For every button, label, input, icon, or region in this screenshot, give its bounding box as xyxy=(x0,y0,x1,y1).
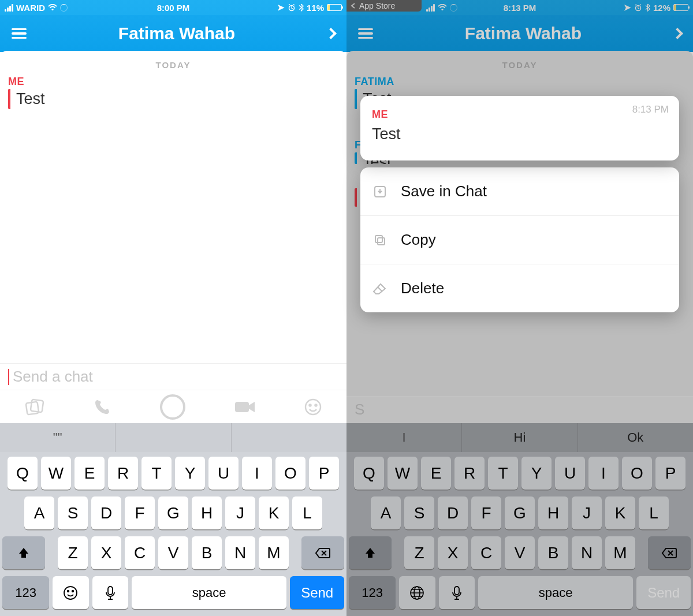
key-letter[interactable]: H xyxy=(192,496,222,529)
chevron-right-icon[interactable] xyxy=(672,28,683,39)
key-letter[interactable]: P xyxy=(309,457,339,490)
key-letter[interactable]: B xyxy=(192,536,222,569)
key-letter[interactable]: Z xyxy=(58,536,88,569)
chat-input-bar[interactable]: Send a chat xyxy=(0,363,346,390)
key-letter[interactable]: C xyxy=(471,536,501,569)
key-letter[interactable]: U xyxy=(208,457,239,490)
menu-icon[interactable] xyxy=(12,26,27,42)
key-letter[interactable]: W xyxy=(41,457,71,490)
suggestion[interactable]: I xyxy=(346,423,462,452)
key-letter[interactable]: Q xyxy=(8,457,38,490)
key-letter[interactable]: M xyxy=(605,536,635,569)
key-letter[interactable]: O xyxy=(275,457,305,490)
key-letter[interactable]: T xyxy=(141,457,172,490)
key-numbers[interactable]: 123 xyxy=(2,576,49,609)
back-to-app[interactable]: App Store xyxy=(346,0,422,12)
popover-text: Test xyxy=(372,125,668,143)
key-letter[interactable]: I xyxy=(588,457,619,490)
key-letter[interactable]: V xyxy=(505,536,535,569)
key-letter[interactable]: P xyxy=(655,457,685,490)
key-globe[interactable] xyxy=(399,576,435,609)
key-letter[interactable]: Y xyxy=(521,457,552,490)
phone-icon[interactable] xyxy=(93,398,111,416)
key-backspace[interactable] xyxy=(301,536,344,569)
key-mic[interactable] xyxy=(439,576,475,609)
key-shift[interactable] xyxy=(2,536,45,569)
key-numbers[interactable]: 123 xyxy=(349,576,396,609)
key-letter[interactable]: J xyxy=(572,496,602,529)
suggestion[interactable] xyxy=(116,423,231,452)
key-letter[interactable]: A xyxy=(24,496,54,529)
key-letter[interactable]: F xyxy=(471,496,501,529)
key-letter[interactable]: K xyxy=(259,496,289,529)
key-letter[interactable]: R xyxy=(454,457,485,490)
key-letter[interactable]: D xyxy=(438,496,468,529)
key-letter[interactable]: S xyxy=(404,496,434,529)
suggestion[interactable]: Ok xyxy=(578,423,693,452)
message-text[interactable]: Test xyxy=(8,89,338,109)
key-letter[interactable]: G xyxy=(158,496,188,529)
key-backspace[interactable] xyxy=(648,536,691,569)
key-letter[interactable]: S xyxy=(58,496,88,529)
popover-message[interactable]: ME 8:13 PM Test xyxy=(360,96,679,160)
key-letter[interactable]: R xyxy=(108,457,138,490)
key-letter[interactable]: C xyxy=(125,536,155,569)
context-menu: Save in Chat Copy Delete xyxy=(360,167,679,312)
key-letter[interactable]: E xyxy=(421,457,451,490)
video-icon[interactable] xyxy=(234,400,256,415)
key-letter[interactable]: B xyxy=(538,536,568,569)
phone-right: App Store 8:13 PM ➤ 12% Fatima Wahab TOD xyxy=(346,0,693,616)
popover-time: 8:13 PM xyxy=(632,104,669,115)
key-letter[interactable]: X xyxy=(438,536,468,569)
key-letter[interactable]: W xyxy=(388,457,418,490)
key-letter[interactable]: H xyxy=(538,496,568,529)
key-space[interactable]: space xyxy=(132,576,286,609)
key-letter[interactable]: V xyxy=(158,536,188,569)
key-letter[interactable]: T xyxy=(488,457,518,490)
shutter-button[interactable] xyxy=(160,394,185,420)
svg-point-8 xyxy=(64,587,77,599)
svg-point-9 xyxy=(68,590,69,592)
key-letter[interactable]: N xyxy=(572,536,602,569)
key-emoji[interactable] xyxy=(53,576,88,609)
key-letter[interactable]: L xyxy=(639,496,669,529)
key-letter[interactable]: E xyxy=(74,457,105,490)
key-letter[interactable]: N xyxy=(225,536,255,569)
key-letter[interactable]: J xyxy=(225,496,255,529)
key-letter[interactable]: D xyxy=(91,496,121,529)
key-shift[interactable] xyxy=(349,536,392,569)
battery-icon xyxy=(327,4,342,11)
key-letter[interactable]: G xyxy=(505,496,535,529)
chevron-right-icon[interactable] xyxy=(325,28,337,39)
key-letter[interactable]: K xyxy=(605,496,635,529)
key-letter[interactable]: X xyxy=(91,536,121,569)
gallery-icon[interactable] xyxy=(24,398,45,416)
key-letter[interactable]: M xyxy=(259,536,289,569)
menu-icon[interactable] xyxy=(358,26,373,42)
suggestion[interactable] xyxy=(232,423,346,452)
sticker-icon[interactable] xyxy=(304,398,322,416)
key-send[interactable]: Send xyxy=(636,576,691,609)
chat-area[interactable]: TODAY ME Test xyxy=(0,51,346,363)
key-letter[interactable]: U xyxy=(555,457,585,490)
key-letter[interactable]: L xyxy=(292,496,322,529)
suggestion[interactable]: Hi xyxy=(462,423,578,452)
menu-delete[interactable]: Delete xyxy=(360,264,679,312)
key-letter[interactable]: Q xyxy=(354,457,384,490)
key-letter[interactable]: I xyxy=(242,457,272,490)
key-space[interactable]: space xyxy=(478,576,633,609)
svg-rect-2 xyxy=(26,401,39,415)
key-letter[interactable]: O xyxy=(622,457,652,490)
menu-save-in-chat[interactable]: Save in Chat xyxy=(360,167,679,216)
menu-copy[interactable]: Copy xyxy=(360,216,679,264)
key-send[interactable]: Send xyxy=(290,576,344,609)
suggestion[interactable]: "" xyxy=(0,423,116,452)
chat-input-bar[interactable]: S xyxy=(346,396,693,423)
key-letter[interactable]: Z xyxy=(404,536,434,569)
chat-toolbar xyxy=(0,390,346,423)
key-letter[interactable]: F xyxy=(125,496,155,529)
chat-message[interactable]: ME Test xyxy=(8,76,338,109)
key-letter[interactable]: Y xyxy=(175,457,205,490)
key-letter[interactable]: A xyxy=(371,496,401,529)
key-mic[interactable] xyxy=(92,576,128,609)
